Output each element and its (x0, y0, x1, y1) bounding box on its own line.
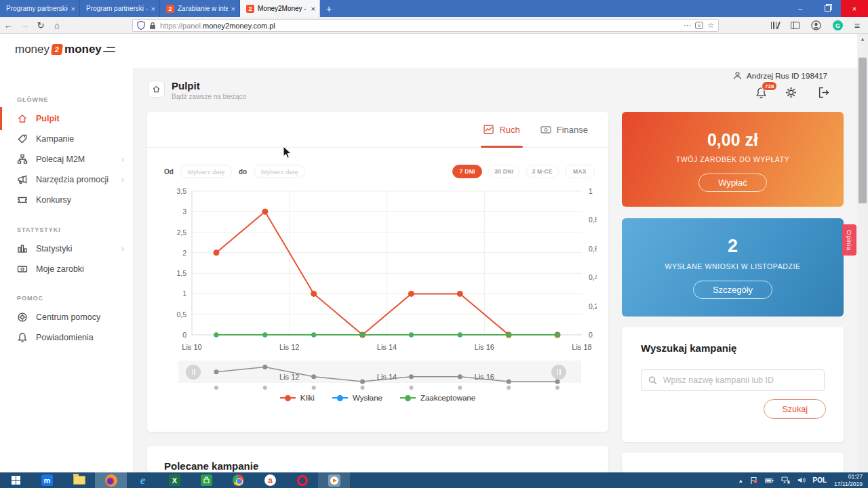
user-account[interactable]: Andrzej Rus ID 198417 (733, 71, 827, 80)
window-controls: – × (787, 0, 868, 17)
tray-clock[interactable]: 01:2717/11/2019 (834, 473, 863, 487)
page-scrollbar[interactable]: ▴ (857, 34, 868, 472)
line-chart-icon (484, 125, 494, 134)
forward-button[interactable]: → (16, 20, 33, 30)
taskbar-excel-icon[interactable]: X (159, 472, 191, 488)
grammarly-icon[interactable]: G (833, 20, 843, 30)
home-button[interactable]: ⌂ (49, 20, 65, 30)
browser-tab-2[interactable]: Program partnerski - zacznij zarabi × (80, 0, 160, 17)
szczegoly-button[interactable]: Szczegóły (693, 281, 772, 299)
tab-close-icon[interactable]: × (151, 5, 155, 13)
chart-range-handle-left[interactable] (186, 365, 201, 380)
taskbar-chrome-icon[interactable] (222, 472, 254, 488)
sidebar-collapse-button[interactable] (103, 47, 115, 55)
chart-range-navigator[interactable]: Lis 12Lis 14Lis 16 (163, 359, 597, 390)
chart-card-tabs: Ruch Finanse (147, 112, 608, 148)
taskbar-media-player-icon[interactable] (318, 472, 350, 488)
taskbar-firefox-icon[interactable] (95, 472, 127, 488)
tag-icon (17, 134, 28, 144)
home-icon (17, 113, 28, 124)
svg-text:0: 0 (182, 331, 186, 339)
taskbar-opera-icon[interactable] (286, 472, 318, 488)
range-max-button[interactable]: MAX (565, 165, 595, 178)
range-7dni-button[interactable]: 7 DNI (452, 165, 482, 178)
range-3mce-button[interactable]: 3 M-CE (526, 165, 559, 178)
money2money-logo[interactable]: money 2 money (15, 43, 102, 56)
taskbar-internet-explorer-icon[interactable]: e (127, 472, 159, 488)
sidebar-item-polecaj-m2m[interactable]: Polecaj M2M › (0, 149, 134, 169)
logout-icon (818, 87, 829, 98)
earnings-label: TWÓJ ZAROBEK DO WYPŁATY (622, 155, 844, 163)
campaign-search-field[interactable] (641, 369, 825, 391)
menu-icon[interactable]: ≡ (854, 20, 860, 31)
tab-finanse[interactable]: Finanse (540, 112, 588, 147)
windows-taskbar: m e X a ▴ POL 01:2717/11/2019 (0, 472, 868, 488)
date-to-input[interactable]: Wybierz datę (254, 165, 305, 178)
settings-button[interactable] (785, 87, 799, 100)
pocket-icon[interactable]: ∨ (695, 22, 703, 29)
range-30dni-button[interactable]: 30 DNI (488, 165, 519, 178)
sidebar-item-centrum-pomocy[interactable]: Centrum pomocy (0, 307, 134, 327)
sidebar-item-pulpit[interactable]: Pulpit (0, 108, 134, 129)
sidebar-item-narzedzia-promocji[interactable]: Narzędzia promocji › (0, 169, 134, 190)
ticket-icon (17, 195, 28, 205)
sidebar-item-powiadomienia[interactable]: Powiadomienia (0, 327, 134, 348)
notifications-button[interactable]: 728 (755, 87, 769, 100)
date-from-input[interactable]: Wybierz datę (180, 165, 232, 178)
campaign-search-input[interactable] (663, 375, 817, 385)
notification-badge: 728 (762, 81, 777, 91)
bookmark-star-icon[interactable]: ☆ (707, 21, 714, 30)
restore-button[interactable] (814, 0, 841, 17)
tray-up-arrow-icon[interactable]: ▴ (739, 477, 743, 484)
account-icon[interactable] (811, 20, 821, 30)
szukaj-button[interactable]: Szukaj (764, 399, 826, 419)
sidebar-item-kampanie[interactable]: Kampanie (0, 129, 134, 149)
svg-text:Lis 10: Lis 10 (182, 343, 201, 351)
new-tab-button[interactable]: + (320, 0, 338, 17)
shield-icon (137, 21, 145, 30)
start-button[interactable] (0, 472, 31, 488)
user-name: Andrzej Rus ID 198417 (747, 72, 827, 80)
logout-button[interactable] (818, 87, 831, 100)
sidebar-item-konkursy[interactable]: Konkursy (0, 190, 134, 210)
browser-tab-active[interactable]: 2 Money2Money - Panel Wydaw × (240, 0, 320, 17)
taskbar-app-a-icon[interactable]: a (254, 472, 286, 488)
url-bar[interactable]: https://panel.money2money.com.pl ⋯ ∨ ☆ (132, 19, 719, 32)
browser-tab-3[interactable]: 2 Zarabianie w internecie - Afilia × (160, 0, 240, 17)
opinia-feedback-tab[interactable]: Opinia (842, 224, 856, 256)
refresh-button[interactable]: ↻ (33, 20, 49, 30)
tray-language[interactable]: POL (813, 476, 827, 484)
tray-speaker-icon[interactable] (797, 476, 806, 484)
requests-label: WYSŁANE WNIOSKI W LISTOPADZIE (622, 262, 844, 270)
legend-item-zaakceptowane[interactable]: Zaakceptowane (400, 394, 475, 402)
sidebar-item-statystyki[interactable]: Statystyki › (0, 239, 134, 259)
search-icon (648, 375, 657, 385)
tray-network-icon[interactable] (781, 476, 790, 484)
page-actions-icon[interactable]: ⋯ (684, 21, 691, 30)
back-button[interactable]: ← (0, 20, 16, 30)
scrollbar-thumb[interactable] (859, 58, 867, 203)
logo-2-icon: 2 (51, 44, 63, 55)
tab-title: Money2Money - Panel Wydaw (258, 5, 308, 12)
tab-ruch[interactable]: Ruch (484, 112, 519, 147)
taskbar-mail-icon[interactable]: m (31, 472, 63, 488)
legend-item-wyslane[interactable]: Wysłane (332, 394, 382, 402)
sidebar-item-moje-zarobki[interactable]: Moje zarobki (0, 259, 134, 279)
tab-close-icon[interactable]: × (311, 5, 315, 13)
restore-icon (825, 5, 831, 12)
browser-tab-1[interactable]: Programy partnerskie | Zarabiaj prz × (0, 0, 80, 17)
legend-item-kliki[interactable]: Kliki (280, 394, 315, 402)
taskbar-file-explorer-icon[interactable] (63, 472, 95, 488)
taskbar-store-icon[interactable] (191, 472, 222, 488)
tab-close-icon[interactable]: × (71, 5, 75, 13)
tray-battery-icon[interactable] (765, 477, 774, 484)
minimize-button[interactable]: – (787, 0, 814, 17)
chart-range-handle-right[interactable] (551, 365, 566, 380)
tray-flag-icon[interactable] (750, 476, 757, 485)
library-icon[interactable] (771, 22, 779, 29)
scroll-up-arrow[interactable]: ▴ (857, 34, 868, 43)
tab-close-icon[interactable]: × (231, 5, 235, 13)
close-button[interactable]: × (841, 0, 868, 17)
wyplac-button[interactable]: Wypłać (698, 174, 767, 192)
sidebar-toggle-icon[interactable] (791, 22, 800, 29)
